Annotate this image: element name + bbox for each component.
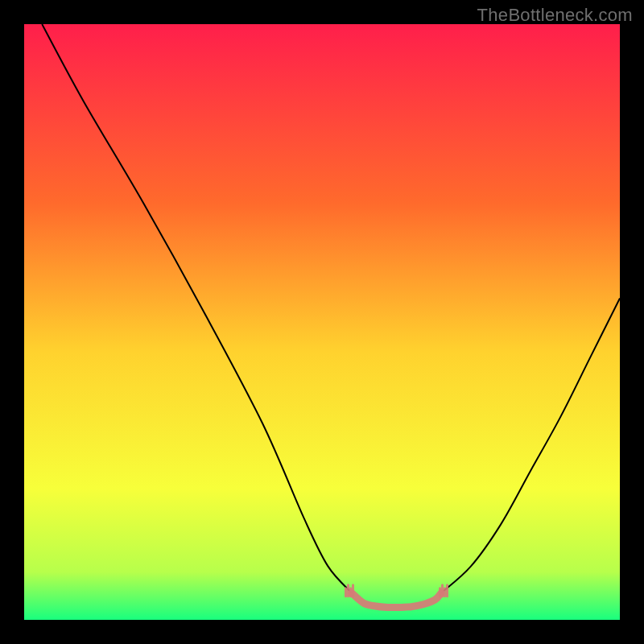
gradient-background: [24, 24, 620, 620]
watermark-text: TheBottleneck.com: [477, 5, 633, 26]
chart-svg: [24, 24, 620, 620]
chart-area: [24, 24, 620, 620]
